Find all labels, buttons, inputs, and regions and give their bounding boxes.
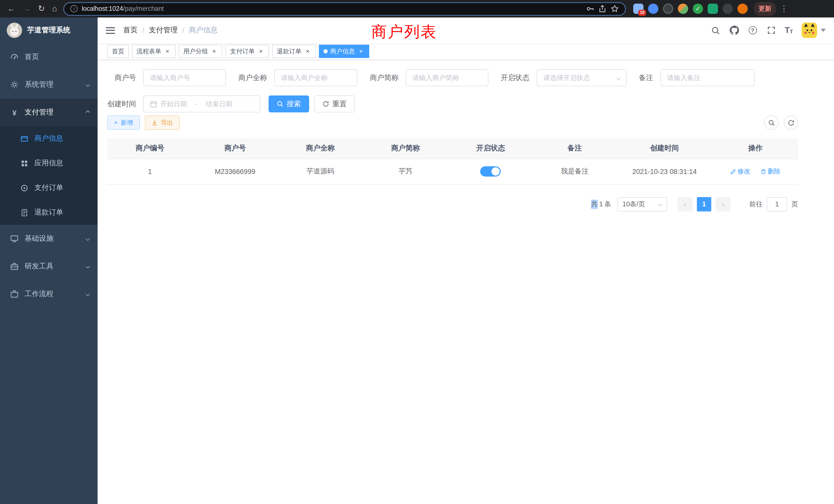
extension-icon-3[interactable] xyxy=(663,4,673,14)
target-icon xyxy=(21,184,28,192)
tab-merchant-info[interactable]: 商户信息 × xyxy=(319,45,369,58)
sidebar-item-workflow[interactable]: 工作流程 xyxy=(0,280,97,308)
next-page-button[interactable]: › xyxy=(716,197,731,211)
col-header-actions: 操作 xyxy=(713,138,798,159)
edit-link[interactable]: 修改 xyxy=(730,167,750,176)
tab-label: 支付订单 xyxy=(230,47,255,56)
tab-label: 商户信息 xyxy=(330,47,355,56)
status-toggle[interactable] xyxy=(480,166,501,177)
chevron-down-icon xyxy=(86,264,90,269)
sidebar-item-label: 工作流程 xyxy=(25,290,80,299)
goto-page-input[interactable] xyxy=(767,197,787,211)
toggle-search-icon-button[interactable] xyxy=(764,115,778,130)
extension-icon-6[interactable] xyxy=(708,4,718,14)
magnifier-icon xyxy=(277,100,284,107)
user-menu[interactable] xyxy=(802,23,826,38)
document-icon xyxy=(21,209,28,216)
sidebar-item-pay-order[interactable]: 支付订单 xyxy=(0,176,97,200)
reload-icon[interactable]: ↻ xyxy=(38,5,45,13)
tab-close-icon[interactable]: × xyxy=(304,48,311,55)
table-header-row: 商户编号 商户号 商户全称 商户简称 开启状态 备注 创建时间 操作 xyxy=(107,138,798,159)
tab-close-icon[interactable]: × xyxy=(164,48,171,55)
extension-icon-5[interactable]: ✓ xyxy=(693,4,703,14)
hamburger-icon[interactable] xyxy=(106,27,115,33)
home-icon[interactable]: ⌂ xyxy=(52,5,57,13)
tab-close-icon[interactable]: × xyxy=(257,48,264,55)
tab-close-icon[interactable]: × xyxy=(211,48,218,55)
tags-view-bar: 首页 流程表单 × 用户分组 × 支付订单 × 退款订单 × xyxy=(97,43,834,60)
table-row: 1 M233666999 芋道源码 芋艿 我是备注 2021-10-23 08:… xyxy=(107,159,798,184)
merchant-no-input[interactable] xyxy=(150,74,219,82)
tab-user-group[interactable]: 用户分组 × xyxy=(179,45,222,58)
short-name-input[interactable] xyxy=(412,74,482,82)
extension-icon-2[interactable] xyxy=(648,4,658,14)
extension-icon-4[interactable] xyxy=(678,4,688,14)
sidebar-item-merchant-info[interactable]: 商户信息 xyxy=(0,126,97,151)
delete-link-label: 删除 xyxy=(768,167,781,176)
address-bar[interactable]: i localhost:1024/pay/merchant xyxy=(63,2,626,16)
forward-icon[interactable]: → xyxy=(23,5,31,13)
browser-menu-icon[interactable]: ⋮ xyxy=(780,4,788,13)
sidebar-item-app-info[interactable]: 应用信息 xyxy=(0,151,97,176)
tab-pay-order[interactable]: 支付订单 × xyxy=(225,45,269,58)
font-size-icon[interactable]: TT xyxy=(785,26,793,35)
password-key-icon[interactable] xyxy=(586,5,594,13)
search-icon[interactable] xyxy=(711,25,721,35)
sidebar-item-infra[interactable]: 基础设施 xyxy=(0,225,97,253)
sidebar-logo[interactable]: 芋道管理系统 xyxy=(0,18,97,43)
calendar-icon xyxy=(150,100,157,108)
back-icon[interactable]: ← xyxy=(7,5,16,13)
sidebar-item-devtools[interactable]: 研发工具 xyxy=(0,253,97,280)
browser-nav-buttons: ← → ↻ ⌂ xyxy=(7,5,57,13)
add-button[interactable]: + 新增 xyxy=(107,115,140,130)
sidebar-item-home[interactable]: 首页 xyxy=(0,43,97,71)
col-header-merchant-no: 商户号 xyxy=(193,138,278,159)
table-toolbar: + 新增 导出 xyxy=(107,115,798,130)
tab-close-icon[interactable]: × xyxy=(357,48,365,55)
page-number-button[interactable]: 1 xyxy=(697,197,711,211)
date-range-picker[interactable]: 开始日期 - 结束日期 xyxy=(143,95,260,112)
toolbox-icon xyxy=(10,262,19,271)
filter-label-short-name: 商户简称 xyxy=(370,73,406,83)
sidebar-item-label: 首页 xyxy=(25,52,89,62)
github-icon[interactable] xyxy=(729,25,739,35)
fullscreen-icon[interactable] xyxy=(766,25,776,35)
tab-process-form[interactable]: 流程表单 × xyxy=(132,45,176,58)
refresh-list-icon-button[interactable] xyxy=(784,115,798,130)
full-name-input[interactable] xyxy=(281,74,351,82)
export-button[interactable]: 导出 xyxy=(145,115,180,130)
profile-avatar-icon[interactable] xyxy=(738,4,748,14)
sidebar-item-system[interactable]: 系统管理 xyxy=(0,71,97,98)
delete-link[interactable]: 删除 xyxy=(761,167,781,176)
breadcrumb-item[interactable]: 首页 xyxy=(123,26,138,35)
gear-icon xyxy=(10,81,19,89)
tab-label: 退款订单 xyxy=(277,47,302,56)
reset-button[interactable]: 重置 xyxy=(314,95,355,112)
site-info-icon[interactable]: i xyxy=(70,5,78,12)
help-icon[interactable]: ? xyxy=(748,25,758,35)
extension-icon-7[interactable] xyxy=(723,4,733,14)
yen-icon: ¥ xyxy=(10,108,19,116)
browser-update-button[interactable]: 更新 xyxy=(754,2,776,16)
breadcrumb-item-current: 商户信息 xyxy=(189,26,218,35)
search-button[interactable]: 搜索 xyxy=(269,95,309,112)
page-size-value: 10条/页 xyxy=(622,199,645,209)
page-size-select[interactable]: 10条/页 xyxy=(617,197,667,211)
tab-home[interactable]: 首页 xyxy=(107,45,129,58)
user-avatar xyxy=(802,23,817,38)
remark-input[interactable] xyxy=(667,74,748,82)
bookmark-star-icon[interactable] xyxy=(611,5,619,13)
status-select[interactable]: 请选择开启状态 xyxy=(537,69,627,86)
tab-refund-order[interactable]: 退款订单 × xyxy=(272,45,316,58)
cell-merchant-no: M233666999 xyxy=(193,159,278,184)
prev-page-button[interactable]: ‹ xyxy=(677,197,693,211)
main-area: 商户列表 首页 / 支付管理 / 商户信息 ? xyxy=(97,18,834,504)
share-icon[interactable] xyxy=(598,5,607,13)
total-suffix: 条 xyxy=(605,199,611,209)
sidebar-item-refund-order[interactable]: 退款订单 xyxy=(0,200,97,225)
sidebar-item-label: 支付订单 xyxy=(35,183,63,192)
sidebar-item-payment[interactable]: ¥ 支付管理 xyxy=(0,98,97,126)
pagination-goto: 前往 页 xyxy=(749,197,798,211)
breadcrumb-item[interactable]: 支付管理 xyxy=(149,26,178,35)
extension-icon-1[interactable]: 10 xyxy=(633,4,643,14)
